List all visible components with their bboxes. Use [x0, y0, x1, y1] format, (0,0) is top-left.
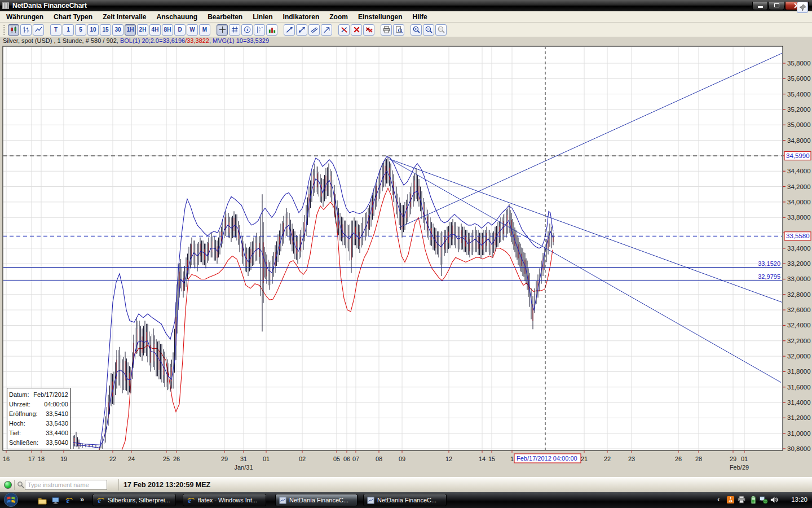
menu-item-linien[interactable]: Linien — [248, 12, 277, 22]
ohlc-bar-chart-button[interactable] — [20, 24, 32, 36]
quick-launch-internet-explorer[interactable]: e — [64, 496, 74, 505]
pin-icon — [799, 4, 806, 11]
svg-text:25: 25 — [163, 456, 170, 462]
volume-icon — [268, 25, 276, 34]
svg-text:e: e — [188, 496, 192, 504]
interval-8H-button[interactable]: 8H — [162, 24, 173, 36]
svg-text:24: 24 — [128, 456, 135, 462]
maximize-icon — [774, 3, 779, 7]
svg-text:32,2000: 32,2000 — [787, 338, 811, 344]
interval-2H-button[interactable]: 2H — [137, 24, 148, 36]
taskbar-button-2[interactable]: NetDania FinanceC... — [275, 494, 358, 506]
svg-text:33,5580: 33,5580 — [786, 233, 810, 239]
bollinger-label: BOL(1) 20;2.0=33,6196 — [120, 37, 185, 44]
taskbar-button-1[interactable]: eflatex - Windows Int... — [183, 494, 266, 506]
toolbar-handle[interactable] — [3, 25, 5, 35]
price-annotation-button[interactable] — [254, 24, 265, 36]
grid-button[interactable] — [229, 24, 240, 36]
svg-text:12: 12 — [445, 456, 452, 462]
interval-W-button[interactable]: W — [187, 24, 198, 36]
tray-battery[interactable] — [750, 496, 757, 504]
taskbar-clock: 13:20 — [791, 496, 807, 503]
delete-all-objects-button[interactable] — [363, 24, 374, 36]
chart-area[interactable]: 33,152032,979535,800035,600035,400035,20… — [0, 45, 812, 477]
trendline-channel-button[interactable] — [308, 24, 320, 36]
trend4-icon — [323, 25, 331, 34]
tooltip-label: Tief: — [9, 430, 21, 436]
interval-1-button[interactable]: 1 — [63, 24, 74, 36]
interval-D-button[interactable]: D — [174, 24, 186, 36]
menu-item-chart-typen[interactable]: Chart Typen — [48, 12, 98, 22]
interval-30-button[interactable]: 30 — [112, 24, 123, 36]
pin-toolbar-button[interactable] — [797, 2, 808, 13]
svg-text:05: 05 — [333, 456, 340, 462]
network-tray-icon — [759, 496, 768, 504]
quick-launch-show-desktop[interactable] — [51, 496, 60, 505]
minimize-button[interactable] — [752, 2, 768, 10]
quick-launch-folder[interactable] — [37, 496, 47, 505]
start-button[interactable] — [3, 492, 19, 507]
menu-item-anschauung[interactable]: Anschauung — [152, 12, 203, 22]
info-button[interactable]: i — [241, 24, 253, 36]
interval-4H-button[interactable]: 4H — [149, 24, 161, 36]
print-preview-button[interactable] — [393, 24, 404, 36]
tray-network[interactable] — [759, 496, 768, 504]
tray-speaker[interactable] — [770, 496, 778, 504]
crosshair-icon — [218, 25, 227, 34]
time-axis[interactable]: 1617181922242526293101020506070809121415… — [3, 450, 749, 471]
menu-item-zeit-intervalle[interactable]: Zeit Intervalle — [98, 12, 151, 22]
price-chart-svg[interactable]: 33,152032,979535,800035,600035,400035,20… — [0, 45, 812, 477]
zoom-out-button[interactable] — [423, 24, 434, 36]
menu-item-einstellungen[interactable]: Einstellungen — [353, 12, 408, 22]
zoom-reset-button[interactable] — [435, 24, 447, 36]
remove-trendline-button[interactable] — [338, 24, 350, 36]
interval-10-button[interactable]: 10 — [87, 24, 99, 36]
menu-item-indikatoren[interactable]: Indikatoren — [278, 12, 325, 22]
maximize-button[interactable] — [769, 2, 784, 10]
svg-text:e: e — [98, 496, 102, 504]
interval-5-button[interactable]: 5 — [75, 24, 86, 36]
info-icon: i — [243, 25, 251, 34]
volume-button[interactable] — [266, 24, 277, 36]
candlestick-icon — [10, 25, 18, 34]
tray-printer[interactable] — [737, 496, 746, 503]
trendline-ray-button[interactable] — [321, 24, 332, 36]
svg-text:Jan/31: Jan/31 — [234, 464, 253, 471]
candlestick-chart-button[interactable] — [8, 24, 19, 36]
svg-text:34,0000: 34,0000 — [787, 199, 811, 205]
internet-explorer-icon: e — [187, 496, 195, 505]
svg-text:35,4000: 35,4000 — [787, 91, 811, 98]
quick-launch-overflow-chevron[interactable]: » — [80, 495, 84, 503]
instrument-search-input[interactable] — [25, 480, 107, 490]
trendline-button[interactable] — [284, 24, 295, 36]
mvg-label: , MVG(1) 10=33,5329 — [209, 37, 269, 44]
menu-item-hilfe[interactable]: Hilfe — [408, 12, 433, 22]
interval-1H-button[interactable]: 1H — [125, 24, 136, 36]
menu-item-bearbeiten[interactable]: Bearbeiten — [202, 12, 248, 22]
menu-item-währungen[interactable]: Währungen — [1, 12, 48, 22]
svg-text:32,0000: 32,0000 — [787, 353, 811, 360]
delete-object-button[interactable] — [351, 24, 362, 36]
interval-M-button[interactable]: M — [199, 24, 210, 36]
trendline-arrow-button[interactable] — [296, 24, 307, 36]
interval-15-button[interactable]: 15 — [100, 24, 111, 36]
trend3-icon — [310, 25, 319, 34]
tray-java[interactable] — [726, 496, 735, 504]
tooltip-row: Datum:Feb/17/2012 — [9, 389, 68, 399]
interval-T-button[interactable]: T — [50, 24, 61, 36]
tooltip-value: 33,5040 — [46, 439, 68, 446]
svg-text:28: 28 — [695, 456, 702, 462]
barchart-icon — [22, 25, 30, 34]
tray-expand-chevron[interactable]: ‹ — [717, 495, 720, 503]
taskbar-button-3[interactable]: NetDania FinanceC... — [363, 494, 447, 506]
print-button[interactable] — [381, 24, 392, 36]
taskbar-button-0[interactable]: eSilberkurs, Silberprei... — [92, 494, 176, 506]
svg-text:31,8000: 31,8000 — [787, 368, 811, 375]
svg-text:29: 29 — [221, 456, 228, 462]
svg-text:16: 16 — [3, 456, 10, 462]
crosshair-button[interactable] — [217, 24, 228, 36]
zoom-in-button[interactable] — [411, 24, 422, 36]
price-axis[interactable]: 35,800035,600035,400035,200035,000034,80… — [783, 60, 811, 452]
line-chart-button[interactable] — [33, 24, 44, 36]
menu-item-zoom[interactable]: Zoom — [324, 12, 353, 22]
